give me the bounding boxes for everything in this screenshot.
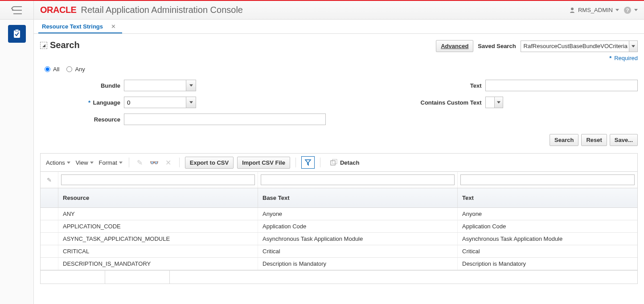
- table-footer: [41, 270, 637, 284]
- match-any-radio[interactable]: Any: [66, 66, 85, 73]
- close-icon[interactable]: ✕: [108, 23, 119, 30]
- table-body: ANYAnyoneAnyoneAPPLICATION_CODEApplicati…: [41, 208, 637, 270]
- bundle-label: Bundle: [40, 82, 120, 89]
- save-button[interactable]: Save...: [610, 134, 638, 146]
- cell-resource: CRITICAL: [58, 245, 258, 257]
- glasses-icon: 👓: [149, 157, 160, 168]
- svg-point-0: [571, 8, 574, 10]
- sidebar: [0, 20, 34, 304]
- nav-toggle[interactable]: [0, 1, 34, 19]
- cell-text: Application Code: [458, 220, 637, 232]
- filter-button[interactable]: [301, 156, 315, 169]
- svg-text:?: ?: [626, 8, 629, 13]
- table-toolbar: Actions View Format ✎ 👓 ✕ Export to CSV …: [41, 154, 637, 172]
- saved-search-label: Saved Search: [478, 43, 516, 49]
- filter-row: ✎: [41, 172, 637, 188]
- resource-input[interactable]: [124, 113, 326, 125]
- language-dropdown-button[interactable]: [186, 97, 196, 108]
- cell-text: Description is Mandatory: [458, 258, 637, 270]
- caret-down-icon: [615, 9, 619, 11]
- footer-segment: [105, 271, 170, 284]
- cell-resource: ASYNC_TASK_APPLICATION_MODULE: [58, 233, 258, 245]
- bundle-input[interactable]: [124, 80, 186, 91]
- search-actions: Search Reset Save...: [40, 134, 638, 146]
- filter-resource-input[interactable]: [61, 174, 255, 185]
- search-button[interactable]: Search: [550, 134, 578, 146]
- edit-icon: ✎: [135, 157, 145, 168]
- user-icon: [569, 7, 575, 13]
- export-csv-button[interactable]: Export to CSV: [185, 157, 234, 169]
- filter-text-input[interactable]: [460, 174, 635, 185]
- cell-edit: [41, 233, 58, 245]
- cell-resource: DESCRIPTION_IS_MANDATORY: [58, 258, 258, 270]
- reset-button[interactable]: Reset: [581, 134, 607, 146]
- app-header: ORACLE Retail Application Administration…: [0, 1, 644, 20]
- table-row[interactable]: CRITICALCriticalCritical: [41, 245, 637, 258]
- cell-basetext: Anyone: [258, 208, 458, 220]
- bundle-dropdown-button[interactable]: [186, 80, 196, 91]
- saved-search-select[interactable]: RafResourceCustBaseBundleVOCriteria: [521, 41, 638, 52]
- language-combo[interactable]: [124, 97, 196, 108]
- disclosure-toggle[interactable]: ◢: [40, 42, 47, 49]
- cell-edit: [41, 245, 58, 257]
- search-title: Search: [50, 40, 80, 50]
- contains-label: Contains Custom Text: [353, 99, 482, 106]
- funnel-icon: [304, 159, 312, 166]
- cell-text: Anyone: [458, 208, 637, 220]
- filter-basetext-input[interactable]: [261, 174, 455, 185]
- table-row[interactable]: APPLICATION_CODEApplication CodeApplicat…: [41, 220, 637, 233]
- cell-text: Asynchronous Task Application Module: [458, 233, 637, 245]
- results-panel: Actions View Format ✎ 👓 ✕ Export to CSV …: [40, 153, 638, 284]
- header-text[interactable]: Text: [458, 188, 637, 207]
- table-row[interactable]: ANYAnyoneAnyone: [41, 208, 637, 220]
- detach-button[interactable]: Detach: [326, 159, 359, 166]
- brand-title: Retail Application Administration Consol…: [81, 5, 243, 15]
- help-icon: ?: [623, 6, 632, 14]
- search-form: Bundle Text * Language: [40, 80, 638, 125]
- text-input[interactable]: [485, 80, 638, 91]
- cell-basetext: Critical: [258, 245, 458, 257]
- contains-select[interactable]: [485, 97, 503, 108]
- header-basetext[interactable]: Base Text: [258, 188, 458, 207]
- caret-down-icon: [497, 101, 500, 104]
- bundle-combo[interactable]: [124, 80, 196, 91]
- actions-menu[interactable]: Actions: [45, 158, 71, 167]
- match-mode: All Any: [40, 66, 638, 73]
- separator: [320, 158, 320, 167]
- search-header: ◢ Search Advanced Saved Search RafResour…: [40, 40, 638, 52]
- brand: ORACLE Retail Application Administration…: [34, 5, 243, 15]
- language-input[interactable]: [124, 97, 186, 108]
- cell-basetext: Application Code: [258, 220, 458, 232]
- svg-rect-5: [331, 161, 335, 165]
- required-note: *Required: [40, 55, 638, 61]
- edit-column-icon: ✎: [41, 172, 58, 188]
- format-menu[interactable]: Format: [98, 158, 123, 167]
- separator: [295, 158, 296, 167]
- svg-rect-6: [332, 159, 337, 164]
- delete-icon: ✕: [163, 157, 174, 168]
- table-header: Resource Base Text Text: [41, 188, 637, 208]
- tab-label: Resource Text Strings: [42, 23, 103, 30]
- sidebar-tasks-tile[interactable]: [8, 25, 26, 43]
- cell-text: Critical: [458, 245, 637, 257]
- cell-resource: APPLICATION_CODE: [58, 220, 258, 232]
- user-menu[interactable]: RMS_ADMIN: [569, 7, 619, 13]
- header-resource[interactable]: Resource: [58, 188, 258, 207]
- match-all-radio[interactable]: All: [45, 66, 59, 73]
- import-csv-button[interactable]: Import CSV File: [237, 157, 290, 169]
- caret-down-icon: [634, 9, 638, 11]
- main: Resource Text Strings ✕ ◢ Search Advance…: [34, 20, 644, 304]
- separator: [129, 158, 129, 167]
- separator: [179, 158, 180, 167]
- cell-edit: [41, 220, 58, 232]
- caret-down-icon: [119, 162, 123, 164]
- table-row[interactable]: DESCRIPTION_IS_MANDATORYDescription is M…: [41, 258, 637, 270]
- language-label: * Language: [40, 99, 120, 106]
- footer-segment: [41, 271, 105, 284]
- view-menu[interactable]: View: [75, 158, 94, 167]
- advanced-button[interactable]: Advanced: [436, 40, 473, 52]
- help-menu[interactable]: ?: [623, 6, 638, 14]
- tab-resource-text-strings[interactable]: Resource Text Strings ✕: [38, 20, 122, 33]
- brand-logo: ORACLE: [40, 5, 76, 15]
- table-row[interactable]: ASYNC_TASK_APPLICATION_MODULEAsynchronou…: [41, 233, 637, 245]
